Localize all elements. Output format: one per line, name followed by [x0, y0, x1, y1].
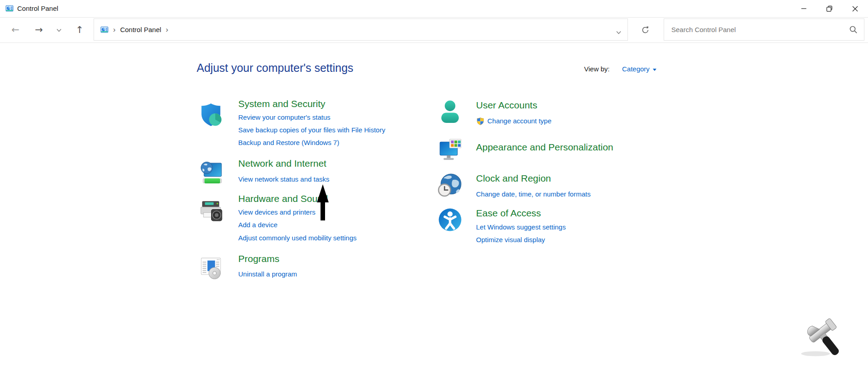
link-optimize-visual-display[interactable]: Optimize visual display — [476, 236, 545, 243]
search-input[interactable] — [664, 26, 849, 33]
breadcrumb-control-panel[interactable]: Control Panel — [120, 26, 161, 33]
link-file-history[interactable]: Save backup copies of your files with Fi… — [238, 126, 385, 134]
hammer-icon — [795, 314, 847, 361]
category-title-network-internet[interactable]: Network and Internet — [238, 158, 326, 169]
view-by-label: View by: — [584, 65, 609, 73]
category-title-programs[interactable]: Programs — [238, 253, 279, 264]
monitor-palette-icon[interactable] — [437, 137, 463, 163]
breadcrumb-chevron: › — [166, 26, 169, 33]
category-title-ease-of-access[interactable]: Ease of Access — [476, 208, 541, 219]
forward-arrow-icon: → — [35, 25, 43, 35]
link-mobility-settings[interactable]: Adjust commonly used mobility settings — [238, 234, 357, 242]
forward-button[interactable]: → — [30, 18, 48, 42]
control-panel-icon — [5, 5, 14, 13]
uac-shield-icon — [476, 117, 485, 126]
user-silhouette-icon[interactable] — [437, 98, 463, 124]
link-change-account-type[interactable]: Change account type — [487, 117, 552, 125]
link-change-date-time[interactable]: Change date, time, or number formats — [476, 190, 590, 198]
window-controls — [791, 0, 868, 17]
category-title-user-accounts[interactable]: User Accounts — [476, 100, 537, 111]
breadcrumb-chevron: › — [113, 26, 116, 33]
up-button[interactable]: ↑ — [71, 18, 89, 42]
recent-locations-button[interactable] — [52, 18, 66, 42]
breadcrumb-location-icon — [100, 26, 108, 34]
title-bar: Control Panel — [0, 0, 868, 17]
view-by-value: Category — [622, 65, 650, 73]
printer-speaker-icon[interactable] — [198, 197, 224, 223]
close-button[interactable] — [842, 0, 868, 17]
caret-down-icon — [653, 69, 656, 71]
link-windows-suggest-settings[interactable]: Let Windows suggest settings — [476, 223, 566, 231]
back-button[interactable]: ← — [6, 18, 24, 42]
address-bar[interactable]: › Control Panel › — [94, 19, 628, 41]
back-arrow-icon: ← — [11, 25, 19, 35]
address-dropdown-button[interactable] — [616, 28, 621, 36]
globe-clock-icon[interactable] — [437, 173, 463, 198]
link-backup-restore[interactable]: Backup and Restore (Windows 7) — [238, 139, 339, 146]
monitor-globe-icon[interactable] — [198, 160, 224, 186]
refresh-icon — [641, 26, 650, 34]
category-title-hardware-sound[interactable]: Hardware and Sound — [238, 193, 328, 204]
link-uninstall-program[interactable]: Uninstall a program — [238, 270, 297, 278]
window-disc-icon[interactable] — [198, 255, 224, 281]
navigation-toolbar: ← → ↑ › Control Panel › — [0, 17, 868, 43]
link-view-devices-printers[interactable]: View devices and printers — [238, 208, 316, 216]
restore-button[interactable] — [816, 0, 842, 17]
shield-pie-icon[interactable] — [198, 102, 224, 127]
accessibility-icon[interactable] — [437, 207, 463, 233]
search-box — [664, 19, 864, 41]
link-add-device[interactable]: Add a device — [238, 221, 278, 229]
window-title: Control Panel — [17, 0, 58, 17]
category-title-appearance-personalization[interactable]: Appearance and Personalization — [476, 142, 613, 153]
view-by-dropdown[interactable]: Category — [622, 65, 656, 73]
refresh-button[interactable] — [635, 24, 655, 36]
chevron-down-icon — [57, 28, 61, 32]
link-review-computer-status[interactable]: Review your computer's status — [238, 113, 330, 121]
up-arrow-icon: ↑ — [75, 25, 84, 35]
minimize-button[interactable] — [791, 0, 816, 17]
category-title-clock-region[interactable]: Clock and Region — [476, 173, 551, 184]
page-title: Adjust your computer's settings — [197, 61, 354, 75]
category-title-system-security[interactable]: System and Security — [238, 98, 326, 109]
search-icon[interactable] — [849, 25, 858, 34]
link-view-network-status[interactable]: View network status and tasks — [238, 175, 330, 183]
